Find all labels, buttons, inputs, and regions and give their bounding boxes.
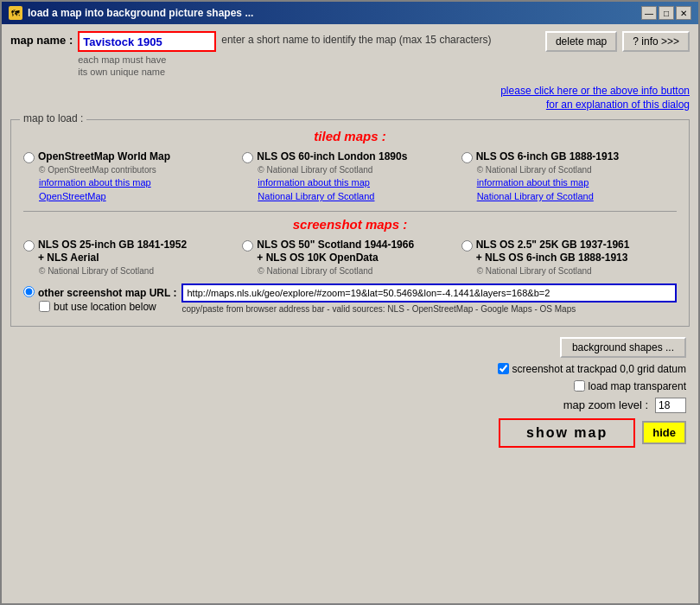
tiled-maps-label: tiled maps :	[23, 129, 677, 143]
window-controls: — □ ✕	[641, 6, 691, 20]
map-name-hint: each map must have its own unique name	[78, 54, 216, 79]
zoom-label: map zoom level :	[563, 398, 648, 411]
radio-nls50-name: NLS OS 50" Scotland 1944-1966+ NLS OS 10…	[257, 239, 414, 265]
tiled-maps-grid: OpenStreetMap World Map © OpenStreetMap …	[23, 150, 677, 203]
radio-nls60[interactable]	[242, 152, 253, 163]
info-link[interactable]: please click here or the above info butt…	[500, 85, 690, 111]
radio-nls6-link1[interactable]: information about this map	[477, 176, 677, 189]
radio-osm[interactable]	[23, 152, 35, 163]
radio-nls6-copy: © National Library of Scotland	[477, 165, 677, 175]
radio-nls6-name: NLS OS 6-inch GB 1888-1913	[476, 150, 619, 164]
radio-osm-copy: © OpenStreetMap contributors	[39, 165, 239, 175]
main-window: 🗺 load a map into background picture sha…	[0, 0, 700, 605]
bottom-section: background shapes ... screenshot at trac…	[10, 337, 690, 448]
header-row: map name : each map must have its own un…	[10, 31, 690, 79]
radio-other-url[interactable]	[23, 286, 35, 297]
screenshot-maps-grid: NLS OS 25-inch GB 1841-1952+ NLS Aerial …	[23, 239, 677, 277]
radio-nls6-link2[interactable]: National Library of Scotland	[477, 190, 677, 203]
radio-nls25k-copy: © National Library of Scotland	[477, 266, 677, 277]
delete-map-button[interactable]: delete map	[545, 31, 617, 52]
bg-shapes-button[interactable]: background shapes ...	[560, 337, 686, 358]
transparent-checkbox[interactable]	[574, 380, 585, 392]
title-bar: 🗺 load a map into background picture sha…	[2, 2, 698, 24]
map-to-load-group: map to load : tiled maps : OpenStreetMap…	[10, 119, 690, 327]
screenshot-datum-checkbox[interactable]	[498, 363, 509, 374]
url-hint: copy/paste from browser address bar - va…	[181, 304, 677, 314]
radio-nls60-link1[interactable]: information about this map	[258, 176, 457, 189]
map-name-label: map name :	[10, 31, 73, 47]
radio-nls25k[interactable]	[461, 240, 473, 252]
radio-nls60-copy: © National Library of Scotland	[258, 165, 457, 175]
radio-nls25-copy: © National Library of Scotland	[39, 266, 239, 277]
but-use-checkbox[interactable]	[39, 301, 50, 312]
top-buttons: delete map ? info >>>	[545, 31, 690, 52]
info-button[interactable]: ? info >>>	[622, 31, 690, 52]
app-icon: 🗺	[9, 6, 22, 20]
screenshot-maps-label: screenshot maps :	[23, 217, 677, 232]
radio-nls50[interactable]	[242, 240, 253, 252]
bg-shapes-row: background shapes ...	[560, 337, 686, 358]
map-name-desc: enter a short name to identify the map (…	[221, 31, 491, 46]
window-title: load a map into background picture shape…	[28, 7, 253, 19]
radio-item-nls25: NLS OS 25-inch GB 1841-1952+ NLS Aerial …	[23, 239, 239, 277]
zoom-input[interactable]	[655, 398, 686, 413]
map-name-field-wrap: each map must have its own unique name	[78, 31, 216, 79]
other-url-input[interactable]	[181, 283, 677, 302]
screenshot-checkbox-row: screenshot at trackpad 0,0 grid datum	[498, 363, 686, 375]
show-hide-row: show map hide	[499, 418, 686, 448]
hide-button[interactable]: hide	[642, 421, 686, 444]
radio-item-nls25k: NLS OS 2.5" 25K GB 1937-1961+ NLS OS 6-i…	[461, 239, 677, 277]
show-map-button[interactable]: show map	[499, 418, 635, 448]
radio-nls25[interactable]	[23, 240, 35, 252]
radio-nls6[interactable]	[461, 152, 473, 163]
minimize-button[interactable]: —	[641, 6, 657, 20]
but-use-label: but use location below	[54, 301, 156, 313]
close-button[interactable]: ✕	[676, 6, 691, 20]
radio-osm-link2[interactable]: OpenStreetMap	[39, 190, 239, 203]
other-url-row: other screenshot map URL : but use locat…	[23, 283, 677, 314]
screenshot-datum-label: screenshot at trackpad 0,0 grid datum	[512, 363, 686, 375]
radio-item-osm: OpenStreetMap World Map © OpenStreetMap …	[23, 150, 239, 203]
radio-nls60-name: NLS OS 60-inch London 1890s	[257, 150, 407, 164]
map-name-input[interactable]	[78, 31, 216, 52]
radio-nls60-link2[interactable]: National Library of Scotland	[258, 190, 457, 203]
transparent-label: load map transparent	[589, 380, 686, 392]
radio-osm-link1[interactable]: information about this map	[39, 176, 239, 189]
zoom-row: map zoom level :	[563, 398, 686, 413]
other-url-label: other screenshot map URL :	[38, 283, 176, 299]
radio-nls50-copy: © National Library of Scotland	[258, 266, 457, 277]
transparent-row: load map transparent	[574, 380, 686, 392]
url-input-wrap: copy/paste from browser address bar - va…	[181, 283, 677, 314]
radio-item-nls6: NLS OS 6-inch GB 1888-1913 © National Li…	[461, 150, 677, 203]
content-area: map name : each map must have its own un…	[2, 24, 698, 603]
radio-item-nls50: NLS OS 50" Scotland 1944-1966+ NLS OS 10…	[242, 239, 457, 277]
map-to-load-legend: map to load :	[20, 112, 86, 124]
radio-nls25k-name: NLS OS 2.5" 25K GB 1937-1961+ NLS OS 6-i…	[476, 239, 630, 265]
radio-nls25-name: NLS OS 25-inch GB 1841-1952+ NLS Aerial	[38, 239, 187, 265]
radio-osm-name: OpenStreetMap World Map	[38, 150, 170, 164]
radio-item-nls60: NLS OS 60-inch London 1890s © National L…	[242, 150, 457, 203]
maximize-button[interactable]: □	[659, 6, 674, 20]
